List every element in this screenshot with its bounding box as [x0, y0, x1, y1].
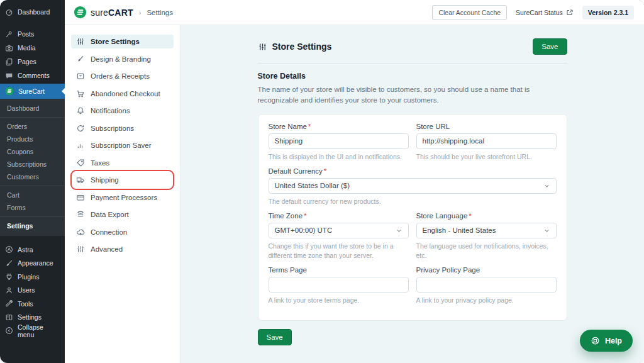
- clear-account-cache-button[interactable]: Clear Account Cache: [432, 5, 507, 20]
- nav-item-label: Subscriptions: [91, 125, 134, 132]
- wp-submenu-settings-current[interactable]: Settings: [0, 220, 65, 232]
- terms-page-label: Terms Page: [269, 266, 409, 274]
- wp-submenu-forms[interactable]: Forms: [0, 201, 65, 214]
- selected-currency: United States Dollar ($): [275, 182, 350, 189]
- save-button[interactable]: Save: [258, 329, 292, 345]
- wp-menu-collapse[interactable]: Collapse menu: [0, 324, 65, 338]
- wp-menu-comments[interactable]: Comments: [0, 69, 65, 82]
- surecart-status-link[interactable]: SureCart Status: [516, 9, 574, 16]
- settings-nav-abandoned-checkout[interactable]: Abandoned Checkout: [71, 87, 174, 101]
- save-button[interactable]: Save: [533, 38, 567, 55]
- store-details-description: The name of your store will be visible t…: [258, 84, 567, 106]
- submenu-divider: [0, 117, 65, 118]
- nav-item-label: Orders & Receipts: [91, 72, 150, 80]
- wp-menu-label: Settings: [18, 313, 42, 321]
- nav-item-label: Store Settings: [91, 38, 140, 45]
- settings-nav-store-settings[interactable]: Store Settings: [71, 35, 174, 48]
- wp-menu-dashboard[interactable]: Dashboard: [0, 5, 65, 19]
- wp-submenu-products[interactable]: Products: [0, 133, 65, 145]
- collapse-icon: [5, 327, 13, 335]
- wp-sidebar-bottom: Astra Appearance Plugins Users Tools Set…: [0, 243, 65, 338]
- wp-submenu-customers[interactable]: Customers: [0, 170, 65, 183]
- sliders-icon: [76, 37, 85, 46]
- nav-item-label: Taxes: [91, 159, 109, 167]
- settings-nav-shipping[interactable]: Shipping: [71, 173, 174, 187]
- settings-nav-subscriptions[interactable]: Subscriptions: [71, 121, 174, 135]
- settings-nav-notifications[interactable]: Notifications: [71, 104, 174, 118]
- nav-item-label: Advanced: [91, 245, 123, 253]
- wp-submenu-orders[interactable]: Orders: [0, 120, 65, 133]
- main-panel: Store Settings Save Store Details The na…: [180, 25, 644, 363]
- nav-item-label: Payment Processors: [91, 194, 157, 201]
- tag-icon: [76, 159, 85, 167]
- wp-menu-label: Appearance: [18, 259, 53, 267]
- store-language-select[interactable]: English - United States: [416, 223, 557, 238]
- help-button-label: Help: [605, 337, 622, 345]
- nav-item-label: Data Export: [91, 211, 129, 218]
- wp-menu-settings[interactable]: Settings: [0, 311, 65, 325]
- settings-nav-taxes[interactable]: Taxes: [71, 156, 174, 170]
- submenu-divider: [0, 216, 65, 217]
- store-language-help: The language used for notifications, inv…: [416, 242, 557, 260]
- time-zone-select[interactable]: GMT+00:00) UTC: [269, 223, 409, 238]
- user-icon: [5, 286, 13, 294]
- wp-menu-label: SureCart: [18, 87, 45, 95]
- settings-nav-advanced[interactable]: Advanced: [71, 242, 174, 256]
- selected-language: English - United States: [423, 226, 496, 234]
- settings-nav-data-export[interactable]: Data Export: [71, 208, 174, 221]
- settings-nav-connection[interactable]: Connection: [71, 225, 174, 239]
- settings-nav-payment-processors[interactable]: Payment Processors: [71, 191, 174, 204]
- credit-card-icon: [76, 193, 85, 202]
- terms-page-input[interactable]: [269, 277, 409, 293]
- wp-menu-label: Astra: [18, 246, 33, 254]
- default-currency-select[interactable]: United States Dollar ($): [269, 178, 557, 194]
- wp-menu-label: Dashboard: [18, 8, 50, 16]
- astra-icon: [5, 245, 13, 254]
- wp-menu-tools[interactable]: Tools: [0, 297, 65, 311]
- surecart-logo-icon: [5, 87, 14, 96]
- wp-menu-label: Media: [18, 44, 36, 52]
- wp-menu-appearance[interactable]: Appearance: [0, 257, 65, 271]
- header-divider: [258, 63, 567, 64]
- required-asterisk: *: [324, 167, 326, 175]
- settings-nav-design-branding[interactable]: Design & Branding: [71, 52, 174, 66]
- wp-menu-users[interactable]: Users: [0, 284, 65, 298]
- chevron-down-icon: [396, 227, 402, 234]
- terms-page-help: A link to your store terms page.: [269, 296, 409, 305]
- store-name-input[interactable]: Shipping: [269, 133, 409, 149]
- status-link-label: SureCart Status: [516, 9, 563, 16]
- brand-wordmark: sureCART: [91, 8, 133, 18]
- settings-nav-orders-receipts[interactable]: Orders & Receipts: [71, 69, 174, 83]
- cart-icon: [76, 89, 85, 98]
- wp-menu-pages[interactable]: Pages: [0, 55, 65, 69]
- surecart-brand[interactable]: sureCART: [74, 6, 133, 19]
- breadcrumb-chevron: ›: [139, 9, 142, 16]
- wp-menu-surecart[interactable]: SureCart: [0, 84, 65, 99]
- wp-submenu-dashboard[interactable]: Dashboard: [0, 102, 65, 114]
- terms-page-field: Terms Page A link to your store terms pa…: [269, 266, 409, 305]
- nav-item-label: Connection: [91, 228, 127, 236]
- help-button[interactable]: Help: [580, 330, 633, 352]
- tools-icon: [5, 299, 13, 308]
- store-url-input[interactable]: http://shipping.local: [416, 133, 557, 149]
- nav-item-label: Shipping: [91, 176, 119, 184]
- chevron-down-icon: [543, 182, 550, 189]
- wp-menu-media[interactable]: Media: [0, 41, 65, 55]
- wp-submenu-cart[interactable]: Cart: [0, 189, 65, 201]
- privacy-policy-page-input[interactable]: [416, 277, 557, 293]
- store-name-field: Store Name* Shipping This is displayed i…: [269, 123, 409, 162]
- settings-nav-subscription-saver[interactable]: Subscription Saver: [71, 138, 174, 152]
- wp-menu-posts[interactable]: Posts: [0, 27, 65, 41]
- wp-menu-label: Plugins: [18, 273, 39, 281]
- default-currency-label: Default Currency*: [269, 167, 557, 175]
- store-name-label: Store Name*: [269, 123, 409, 130]
- store-details-heading: Store Details: [258, 72, 567, 81]
- store-url-field: Store URL http://shipping.local This sho…: [416, 123, 557, 162]
- required-asterisk: *: [304, 212, 306, 220]
- wp-submenu-subscriptions[interactable]: Subscriptions: [0, 158, 65, 170]
- wp-menu-plugins[interactable]: Plugins: [0, 270, 65, 284]
- time-zone-help: Change this if you want the store to be …: [269, 242, 409, 260]
- wp-menu-astra[interactable]: Astra: [0, 243, 65, 257]
- wp-submenu-coupons[interactable]: Coupons: [0, 145, 65, 158]
- surecart-submenu: Dashboard Orders Products Coupons Subscr…: [0, 99, 65, 236]
